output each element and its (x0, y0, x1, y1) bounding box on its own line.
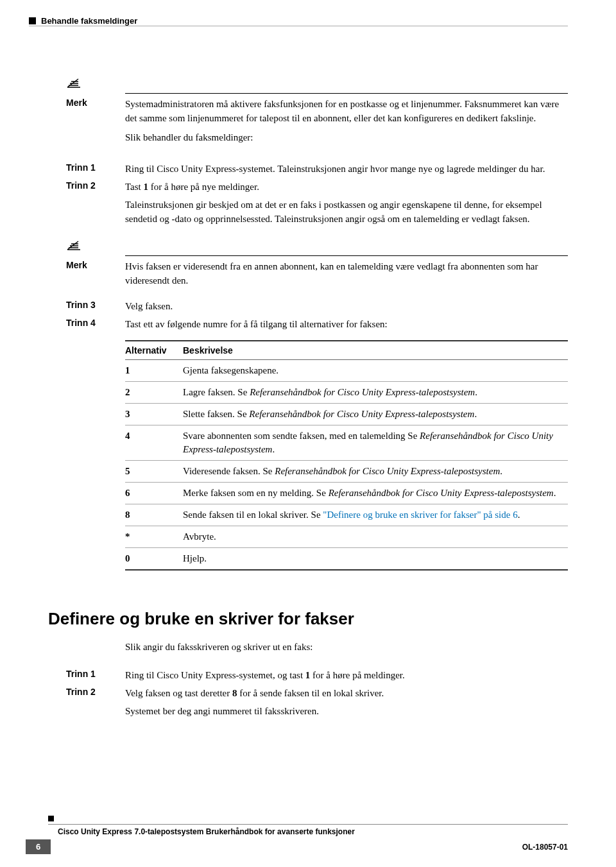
note-label: Merk (66, 260, 125, 288)
header-square-icon (29, 17, 36, 24)
intro-text: Slik behandler du faksmeldinger: (125, 131, 568, 145)
table-row: 4Svare abonnenten som sendte faksen, med… (125, 425, 568, 461)
table-row: 2Lagre faksen. Se Referansehåndbok for C… (125, 382, 568, 404)
step-body: Velg faksen og tast deretter 8 for å sen… (125, 687, 568, 719)
option-desc: Videresende faksen. Se Referansehåndbok … (183, 461, 568, 483)
option-desc: Gjenta faksegenskapene. (183, 360, 568, 382)
option-key: 3 (125, 404, 183, 425)
table-row: *Avbryte. (125, 526, 568, 548)
table-row: 8Sende faksen til en lokal skriver. Se "… (125, 504, 568, 526)
table-row: 0Hjelp. (125, 548, 568, 571)
option-desc: Merke faksen som en ny melding. Se Refer… (183, 483, 568, 504)
option-key: 1 (125, 360, 183, 382)
table-row: 1Gjenta faksegenskapene. (125, 360, 568, 382)
note-label: Merk (66, 98, 125, 126)
option-key: 2 (125, 382, 183, 404)
table-row: 3Slette faksen. Se Referansehåndbok for … (125, 404, 568, 425)
step-label: Trinn 1 (66, 162, 125, 176)
chapter-title: Behandle faksmeldinger (41, 16, 137, 26)
note-body: Systemadministratoren må aktivere faksfu… (125, 98, 568, 126)
chapter-header: Behandle faksmeldinger (29, 16, 568, 26)
step-label: Trinn 2 (66, 687, 125, 719)
step-label: Trinn 3 (66, 300, 125, 314)
option-desc: Sende faksen til en lokal skriver. Se "D… (183, 504, 568, 526)
step-label: Trinn 4 (66, 318, 125, 332)
note-body: Hvis faksen er videresendt fra en annen … (125, 260, 568, 288)
page-number: 6 (26, 839, 51, 854)
option-key: 5 (125, 461, 183, 483)
step-body: Velg faksen. (125, 300, 568, 314)
option-key: * (125, 526, 183, 548)
option-key: 6 (125, 483, 183, 504)
table-header: Beskrivelse (183, 341, 568, 360)
section-intro: Slik angir du faksskriveren og skriver u… (125, 640, 568, 655)
page-footer: Cisco Unity Express 7.0-talepostsystem B… (26, 813, 568, 854)
step-label: Trinn 1 (66, 669, 125, 683)
option-desc: Slette faksen. Se Referansehåndbok for C… (183, 404, 568, 425)
step-body: Tast ett av følgende numre for å få tilg… (125, 318, 568, 332)
options-table: Alternativ Beskrivelse 1Gjenta faksegens… (125, 340, 568, 571)
option-key: 4 (125, 425, 183, 461)
footer-square-icon (48, 816, 54, 821)
footer-title: Cisco Unity Express 7.0-talepostsystem B… (58, 827, 355, 836)
option-desc: Avbryte. (183, 526, 568, 548)
link-reference[interactable]: "Definere og bruke en skriver for fakser… (323, 510, 517, 520)
document-id: OL-18057-01 (522, 843, 568, 852)
step-body: Tast 1 for å høre på nye meldinger. Tale… (125, 180, 568, 226)
table-row: 5Videresende faksen. Se Referansehåndbok… (125, 461, 568, 483)
note-icon (66, 240, 79, 254)
section-heading: Definere og bruke en skriver for fakser (48, 609, 568, 629)
step-label: Trinn 2 (66, 180, 125, 226)
step-body: Ring til Cisco Unity Express-systemet, o… (125, 669, 568, 683)
option-key: 8 (125, 504, 183, 526)
option-desc: Svare abonnenten som sendte faksen, med … (183, 425, 568, 461)
step-body: Ring til Cisco Unity Express-systemet. T… (125, 162, 568, 176)
table-header: Alternativ (125, 341, 183, 360)
table-row: 6Merke faksen som en ny melding. Se Refe… (125, 483, 568, 504)
option-desc: Hjelp. (183, 548, 568, 571)
note-icon (66, 78, 79, 92)
option-desc: Lagre faksen. Se Referansehåndbok for Ci… (183, 382, 568, 404)
option-key: 0 (125, 548, 183, 571)
